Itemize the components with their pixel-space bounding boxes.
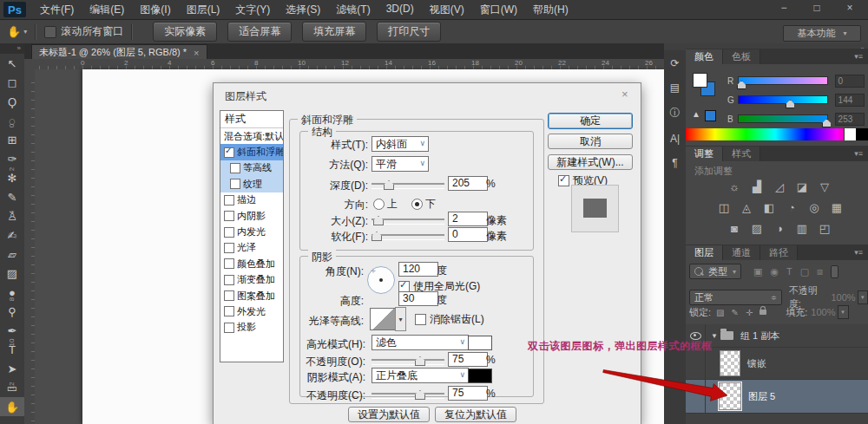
selective-color-adjustment-icon[interactable]: ◰ (818, 222, 832, 235)
threshold-adjustment-icon[interactable]: ◑ (773, 222, 786, 235)
green-slider[interactable] (738, 95, 828, 104)
style-item-color-overlay[interactable]: 颜色叠加 (220, 256, 283, 271)
document-tab[interactable]: 未标题-1 @ 26% (图层 5, RGB/8) * × (31, 44, 207, 60)
menu-edit[interactable]: 编辑(E) (89, 3, 124, 17)
size-input[interactable]: 2 (448, 212, 488, 226)
gloss-contour-thumbnail[interactable] (370, 308, 396, 330)
gradient-tool-icon[interactable]: ▨ (0, 264, 24, 283)
highlight-opacity-input[interactable]: 75 (448, 352, 488, 367)
anti-alias-option[interactable]: 消除锯齿(L) (415, 312, 484, 327)
minimize-button[interactable]: − (774, 2, 793, 14)
style-item-gradient-overlay[interactable]: 渐变叠加 (220, 272, 283, 288)
highlight-opacity-slider[interactable] (372, 359, 444, 365)
technique-select[interactable]: 平滑 (372, 156, 429, 172)
style-item-contour[interactable]: 等高线 (220, 160, 283, 176)
color-balance-adjustment-icon[interactable]: ◬ (740, 201, 753, 214)
style-checkbox[interactable] (224, 227, 234, 238)
new-style-button[interactable]: 新建样式(W)... (548, 154, 633, 170)
menu-select[interactable]: 选择(S) (286, 3, 320, 17)
menu-filter[interactable]: 滤镜(T) (336, 3, 370, 17)
style-item-drop-shadow[interactable]: 投影 (220, 320, 283, 336)
fill-screen-button[interactable]: 填充屏幕 (302, 22, 366, 42)
layer-row-group[interactable]: ▼ 组 1 副本 (686, 324, 868, 348)
workspace-switcher[interactable]: 基本功能 ▾ (783, 25, 861, 42)
style-checkbox[interactable] (224, 258, 234, 269)
green-value[interactable]: 144 (835, 94, 865, 107)
vibrance-adjustment-icon[interactable]: ▽ (818, 180, 832, 193)
filter-smart-objects-icon[interactable]: ⧈ (817, 266, 823, 277)
shadow-opacity-slider[interactable] (372, 393, 444, 399)
shadow-color-swatch[interactable] (468, 369, 492, 383)
dialog-close-icon[interactable]: × (621, 88, 628, 101)
layer-name[interactable]: 镶嵌 (747, 357, 766, 370)
dodge-tool-icon[interactable]: ⚲ (0, 302, 24, 321)
foreground-color-swatch[interactable] (693, 73, 707, 88)
color-lookup-adjustment-icon[interactable]: ▦ (830, 201, 844, 214)
lock-all-icon[interactable] (760, 310, 766, 315)
lock-transparency-icon[interactable]: ▨ (716, 308, 724, 317)
menu-layer[interactable]: 图层(L) (187, 3, 220, 17)
depth-slider[interactable] (372, 183, 444, 189)
filter-adjustment-layers-icon[interactable]: ◉ (770, 266, 779, 277)
menu-type[interactable]: 文字(Y) (235, 3, 270, 17)
highlight-mode-select[interactable]: 滤色 (372, 335, 469, 350)
size-slider[interactable] (372, 219, 444, 225)
filter-toggle[interactable] (831, 265, 838, 278)
levels-adjustment-icon[interactable]: ▟ (750, 180, 764, 193)
brush-tool-icon[interactable]: ✎ (0, 187, 24, 206)
photo-filter-adjustment-icon[interactable]: ◔ (785, 201, 799, 214)
hand-tool-preset[interactable]: ✋ ▾ (7, 25, 27, 38)
soften-slider[interactable] (372, 234, 444, 240)
invert-adjustment-icon[interactable]: ◙ (727, 222, 741, 235)
white-swatch[interactable] (844, 128, 856, 140)
print-size-button[interactable]: 打印尺寸 (377, 22, 441, 42)
depth-input[interactable]: 205 (448, 176, 488, 191)
style-checkbox[interactable] (224, 243, 234, 253)
opacity-dropdown-icon[interactable]: ▾ (858, 290, 868, 304)
layer-name[interactable]: 组 1 副本 (740, 329, 779, 342)
style-checkbox[interactable] (224, 306, 234, 316)
actual-pixels-button[interactable]: 实际像素 (153, 22, 217, 42)
crop-tool-icon[interactable]: ⊞ (0, 130, 24, 149)
tab-layers[interactable]: 图层 (686, 245, 723, 260)
curves-adjustment-icon[interactable]: ◿ (773, 180, 786, 193)
filter-type-layers-icon[interactable]: T (786, 266, 792, 277)
bevel-style-select[interactable]: 内斜面 (372, 136, 429, 152)
reset-default-button[interactable]: 复位为默认值 (435, 407, 516, 422)
menu-help[interactable]: 帮助(H) (533, 3, 569, 17)
brightness-contrast-adjustment-icon[interactable]: ☼ (727, 180, 741, 193)
tab-swatches[interactable]: 色板 (723, 49, 760, 64)
style-checkbox[interactable] (224, 147, 234, 158)
shadow-mode-select[interactable]: 正片叠底 (372, 368, 469, 383)
style-item-outer-glow[interactable]: 外发光 (220, 303, 283, 319)
tab-paths[interactable]: 路径 (760, 245, 798, 260)
menu-file[interactable]: 文件(F) (40, 3, 74, 17)
highlight-color-swatch[interactable] (468, 336, 492, 350)
panel-menu-icon[interactable]: ▾≡ (849, 147, 868, 161)
menu-view[interactable]: 视图(V) (430, 3, 464, 17)
close-tab-icon[interactable]: × (194, 48, 199, 58)
blue-value[interactable]: 253 (835, 113, 865, 126)
gamut-color-swatch[interactable] (705, 110, 716, 121)
scroll-all-windows-checkbox[interactable] (44, 26, 56, 38)
fill-dropdown-icon[interactable]: ▾ (838, 305, 849, 319)
black-swatch[interactable] (856, 128, 868, 140)
character-panel-icon[interactable]: A| (664, 133, 686, 145)
hue-saturation-adjustment-icon[interactable]: ◫ (717, 201, 731, 214)
layer-comps-panel-icon[interactable]: ▤ (664, 82, 686, 94)
blend-mode-select[interactable]: 正常 ≑ (689, 290, 782, 305)
close-button[interactable]: × (840, 2, 859, 14)
info-panel-icon[interactable]: ⓘ (664, 106, 686, 121)
ok-button[interactable]: 确定 (548, 113, 633, 129)
color-spectrum-ramp[interactable] (686, 128, 868, 140)
lock-position-icon[interactable]: ✛ (746, 308, 753, 317)
preview-checkbox[interactable] (558, 175, 569, 186)
style-item-inner-shadow[interactable]: 内阴影 (220, 208, 283, 224)
tab-channels[interactable]: 通道 (723, 245, 760, 260)
gradient-map-adjustment-icon[interactable]: ▥ (795, 222, 809, 235)
style-checkbox[interactable] (224, 290, 234, 301)
style-checkbox[interactable] (224, 323, 234, 333)
tab-styles[interactable]: 样式 (723, 147, 760, 161)
style-checkbox[interactable] (224, 211, 234, 221)
direction-up-radio[interactable]: 上 (373, 197, 398, 212)
